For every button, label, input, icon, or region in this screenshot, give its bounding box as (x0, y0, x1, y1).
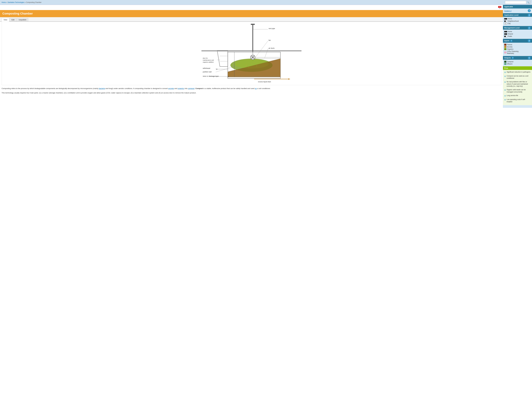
applicable-badge: 1 (528, 9, 531, 12)
svg-text:sieve or drainage layer: sieve or drainage layer (203, 75, 219, 77)
dry-cleansing-swatch (504, 51, 506, 53)
outputs-badge: 5 (528, 57, 531, 59)
svg-point-10 (254, 62, 254, 63)
tabs: View Edit Unpublish (0, 17, 503, 22)
faeces-swatch (504, 44, 506, 46)
level-city: City (504, 23, 531, 25)
search-bar: 🔍 (505, 1, 530, 4)
level-neighbourhood: Neighbourhood (504, 20, 531, 22)
tab-view[interactable]: View (2, 18, 9, 22)
input-faeces: Faeces (504, 44, 531, 46)
cb-home-1 (504, 18, 506, 19)
organics-label: Organics (507, 48, 513, 50)
breadcrumb-section[interactable]: Sanitation Technologies (7, 1, 24, 3)
search-button[interactable]: 🔍 (526, 1, 530, 4)
cb-home-2 (506, 18, 507, 19)
mgmt-level-public: Public (504, 35, 531, 37)
faeces-label: Faeces (507, 44, 512, 46)
svg-rect-16 (251, 24, 255, 25)
svg-point-9 (249, 67, 249, 68)
cb-neighbourhood-2 (506, 20, 507, 22)
pros-item-1: Significant reduction in pathogens (507, 71, 530, 73)
description: Composting refers to the process by whic… (0, 87, 503, 94)
excreta-swatch (504, 46, 506, 48)
breadcrumb-current: Composting Chamber (26, 1, 41, 3)
svg-point-8 (256, 66, 257, 66)
cb-neighbourhood-1 (504, 20, 506, 22)
svg-text:maintenance and: maintenance and (203, 59, 214, 61)
output-effluent: Effluent (504, 63, 531, 65)
diagram-area: vent pipe fan door for maintenance and o… (0, 22, 503, 85)
svg-line-36 (255, 41, 268, 57)
pros-item-5: Long service life (507, 95, 518, 97)
dry-cleansing-label: (+Dry CleansingMaterials) (507, 50, 518, 55)
cb-mgmt-home-2 (506, 31, 507, 32)
sidebar-management-level-section: Management Level 2 Home (503, 26, 532, 39)
svg-text:withdrawal: withdrawal (203, 67, 210, 69)
input-excreta: Excreta (504, 46, 531, 48)
svg-point-6 (246, 65, 247, 66)
management-level-header: Management Level 2 (503, 26, 532, 30)
mgmt-level-shared: Shared (504, 33, 531, 35)
pdf-icon[interactable]: PDF ⬇ (498, 6, 501, 9)
level-city-label: City (508, 23, 511, 25)
management-level-content: Home Shared Public (503, 30, 532, 39)
pros-item-6: Low operating costs if self-emptied (507, 98, 531, 103)
sidebar-application-level-section: Application Level 3 Home (503, 13, 532, 26)
application-level-content: Home Neighbourhood City (503, 17, 532, 26)
top-bar: Home » Sanitation Technologies » Compost… (0, 0, 532, 5)
mgmt-level-shared-label: Shared (508, 33, 513, 35)
sidebar-pros-section: Pros ⊕ Significant reduction in pathogen… (503, 66, 532, 105)
list-item: ⊕ Significant reduction in pathogens (504, 71, 531, 74)
effluent-label: Effluent (507, 63, 512, 65)
excreta-label: Excreta (507, 46, 513, 48)
search-input[interactable] (505, 1, 526, 4)
diagram-svg: vent pipe fan door for maintenance and o… (2, 22, 501, 85)
sidebar: Applicable System 2 1 Application Level … (503, 5, 532, 108)
effluent-swatch (504, 63, 506, 65)
application-level-header: Application Level 3 (503, 13, 532, 17)
inputs-badge: 4 (528, 39, 531, 42)
svg-text:organics addition: organics addition (203, 61, 214, 63)
tab-edit[interactable]: Edit (10, 18, 16, 21)
pros-icon-5: ⊕ (504, 94, 506, 97)
breadcrumb: Home » Sanitation Technologies » Compost… (2, 1, 41, 3)
description-paragraph1: Composting refers to the process by whic… (2, 87, 501, 90)
cb-city-2 (506, 23, 507, 24)
svg-text:door for: door for (203, 57, 208, 59)
list-item: ⊕ No real problems with flies or odours … (504, 81, 531, 87)
outputs-content: Compost Effluent (503, 60, 532, 66)
svg-text:partition wall: partition wall (203, 71, 212, 73)
link-bacteria[interactable]: bacteria (99, 88, 105, 89)
link-as[interactable]: as (255, 88, 257, 89)
system-link[interactable]: System 2 (504, 10, 511, 12)
cb-mgmt-shared-2 (506, 33, 507, 35)
title-bar: Composting Chamber (0, 10, 503, 17)
svg-text:fan: fan (269, 39, 271, 41)
page-title: Composting Chamber (2, 12, 500, 15)
link-excreta[interactable]: excreta (168, 88, 174, 89)
svg-marker-12 (217, 51, 228, 67)
svg-marker-30 (288, 78, 290, 80)
mgmt-level-home: Home (504, 31, 531, 32)
level-neighbourhood-label: Neighbourhood (508, 20, 519, 22)
link-organics[interactable]: organics (178, 88, 184, 89)
mgmt-level-home-label: Home (508, 31, 512, 32)
tab-unpublish[interactable]: Unpublish (17, 18, 28, 21)
pros-list: ⊕ Significant reduction in pathogens ⊕ C… (503, 70, 532, 105)
outputs-help-icon[interactable]: ? (512, 57, 514, 59)
diagram-container: vent pipe fan door for maintenance and o… (2, 22, 501, 85)
link-compost1[interactable]: compost (188, 88, 194, 89)
list-item: ⊕ Compost can be used as a soil conditio… (504, 75, 531, 79)
breadcrumb-home[interactable]: Home (2, 1, 6, 3)
mgmt-level-public-label: Public (508, 35, 512, 37)
pros-icon-4: ⊕ (504, 88, 506, 91)
sidebar-applicable-section: Applicable System 2 1 (503, 5, 532, 13)
inputs-help-icon[interactable]: ? (510, 40, 513, 42)
input-dry-cleansing: (+Dry CleansingMaterials) (504, 50, 531, 55)
applicable-content: System 2 1 (503, 8, 532, 13)
pros-icon-6: ⊕ (504, 98, 506, 101)
list-item: ⊕ Organic solid waste can be managed con… (504, 89, 531, 93)
applicable-header: Applicable (503, 5, 532, 8)
svg-text:air ducts: air ducts (269, 47, 275, 49)
